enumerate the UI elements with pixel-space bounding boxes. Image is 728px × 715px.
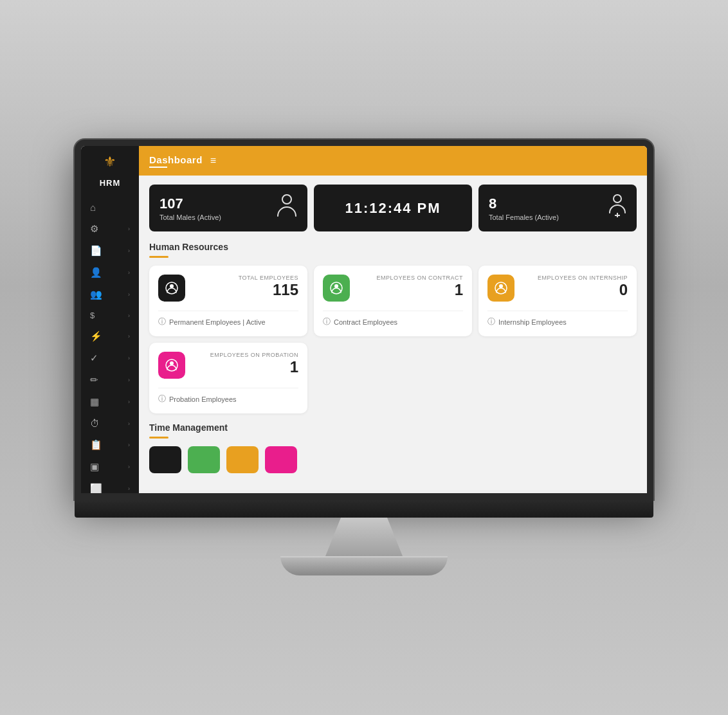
info-icon: ⓘ: [323, 316, 331, 327]
sidebar-item-activity[interactable]: ⚡ ›: [81, 327, 139, 346]
svg-point-5: [170, 284, 174, 288]
chevron-icon: ›: [128, 377, 130, 383]
time-section-underline: [149, 437, 168, 439]
probation-employees-footer: ⓘ Probation Employees: [158, 388, 298, 404]
time-card-pink[interactable]: [265, 446, 297, 473]
females-label: Total Females (Active): [489, 213, 559, 221]
sidebar-item-users[interactable]: 👥 ›: [81, 285, 139, 304]
females-stat-card[interactable]: 8 Total Females (Active): [478, 185, 637, 231]
male-person-icon: [277, 194, 297, 222]
time-icon: ⏱: [90, 418, 100, 429]
chevron-icon: ›: [128, 399, 130, 405]
contract-employees-footer: ⓘ Contract Employees: [323, 311, 463, 327]
main-content: Dashboard ≡ 107 Total Males (Active): [139, 146, 647, 493]
svg-point-0: [282, 195, 291, 204]
males-stat-info: 107 Total Males (Active): [159, 195, 221, 221]
stats-row: 107 Total Males (Active) 11:12:44 PM: [149, 185, 637, 231]
monitor-stand-base: [280, 556, 448, 575]
internship-employees-card[interactable]: EMPLOYEES ON INTERNSHIP 0 ⓘ Internship E…: [478, 266, 637, 336]
males-count: 107: [159, 195, 221, 212]
females-count: 8: [489, 195, 559, 212]
probation-employees-icon-box: [158, 352, 185, 379]
chevron-icon: ›: [128, 291, 130, 298]
chevron-icon: ›: [128, 333, 130, 339]
females-stat-info: 8 Total Females (Active): [489, 195, 559, 221]
sidebar-item-display[interactable]: ⬜ ›: [81, 479, 139, 493]
sidebar-item-grid[interactable]: ▦ ›: [81, 392, 139, 412]
time-cards-row: [149, 446, 637, 473]
hr-section-title: Human Resources: [149, 242, 637, 252]
total-employees-label: TOTAL EMPLOYEES: [193, 275, 298, 281]
time-card-orange[interactable]: [226, 446, 259, 473]
internship-employees-value: 0: [522, 281, 628, 300]
total-employees-footer: ⓘ Permanent Employees | Active: [158, 311, 298, 327]
total-employees-stats: TOTAL EMPLOYEES 115: [193, 275, 298, 300]
total-employees-card[interactable]: TOTAL EMPLOYEES 115 ⓘ Permanent Employee…: [149, 266, 307, 336]
probation-employees-value: 1: [193, 358, 298, 377]
finance-icon: $: [90, 311, 95, 320]
page-title: Dashboard: [149, 154, 203, 165]
sidebar-item-user[interactable]: 👤 ›: [81, 263, 139, 282]
display-icon: ⬜: [90, 483, 102, 493]
monitor-stand-top: [325, 518, 403, 556]
title-underline: [149, 167, 167, 168]
sidebar-item-finance[interactable]: $ ›: [81, 307, 139, 324]
males-stat-card[interactable]: 107 Total Males (Active): [149, 185, 307, 231]
card-top: TOTAL EMPLOYEES 115: [158, 275, 298, 302]
chevron-icon: ›: [128, 442, 130, 448]
internship-employees-footer: ⓘ Internship Employees: [487, 311, 628, 327]
time-card-dark[interactable]: [149, 446, 181, 473]
card-top: EMPLOYEES ON PROBATION 1: [158, 352, 298, 379]
contract-employees-icon-box: [323, 275, 350, 302]
documents-icon: 📄: [90, 245, 102, 257]
modules-icon: ▣: [90, 461, 99, 473]
contract-employees-value: 1: [358, 281, 463, 300]
sidebar-title: HRM: [100, 178, 121, 188]
header: Dashboard ≡: [139, 146, 647, 176]
sidebar-item-edit[interactable]: ✏ ›: [81, 370, 139, 390]
sidebar-item-tasks[interactable]: ✓ ›: [81, 348, 139, 368]
svg-point-7: [334, 284, 338, 288]
sidebar-item-home[interactable]: ⌂: [81, 198, 139, 217]
grid-icon: ▦: [90, 396, 99, 408]
card-top: EMPLOYEES ON INTERNSHIP 0: [487, 275, 628, 302]
chevron-icon: ›: [128, 421, 130, 427]
time-section-title: Time Management: [149, 422, 637, 433]
reports-icon: 📋: [90, 439, 102, 451]
female-person-icon: [608, 194, 626, 222]
activity-icon: ⚡: [90, 330, 102, 342]
sidebar-item-time[interactable]: ⏱ ›: [81, 414, 139, 433]
edit-icon: ✏: [90, 374, 98, 386]
internship-employees-icon-box: [487, 275, 514, 302]
menu-icon[interactable]: ≡: [210, 155, 216, 167]
info-icon: ⓘ: [487, 316, 495, 327]
clock-time: 11:12:44 PM: [345, 200, 441, 217]
contract-employees-card[interactable]: EMPLOYEES ON CONTRACT 1 ⓘ Contract Emplo…: [314, 266, 472, 336]
svg-point-1: [614, 195, 621, 203]
dashboard-body: 107 Total Males (Active) 11:12:44 PM: [139, 176, 647, 493]
probation-employees-card[interactable]: EMPLOYEES ON PROBATION 1 ⓘ Probation Emp…: [149, 343, 307, 413]
internship-employees-label: EMPLOYEES ON INTERNSHIP: [522, 275, 628, 281]
hr-cards-grid: TOTAL EMPLOYEES 115 ⓘ Permanent Employee…: [149, 266, 637, 336]
svg-point-11: [170, 361, 174, 365]
chevron-icon: ›: [128, 248, 130, 254]
probation-employees-label: EMPLOYEES ON PROBATION: [193, 352, 298, 358]
hr-section-underline: [149, 256, 168, 258]
clock-card: 11:12:44 PM: [314, 185, 472, 231]
total-employees-icon-box: [158, 275, 185, 302]
sidebar: ⚜ HRM ⌂ ⚙ › 📄 › 👤 › 👥 › $: [81, 146, 139, 493]
sidebar-item-documents[interactable]: 📄 ›: [81, 241, 139, 260]
card-top: EMPLOYEES ON CONTRACT 1: [323, 275, 463, 302]
contract-employees-label: EMPLOYEES ON CONTRACT: [358, 275, 463, 281]
sidebar-item-reports[interactable]: 📋 ›: [81, 435, 139, 455]
chevron-icon: ›: [128, 312, 130, 319]
tasks-icon: ✓: [90, 352, 98, 364]
svg-point-9: [499, 284, 503, 288]
sidebar-logo-icon: ⚜: [104, 154, 116, 170]
sidebar-item-modules[interactable]: ▣ ›: [81, 457, 139, 476]
time-card-green[interactable]: [188, 446, 220, 473]
sidebar-item-settings[interactable]: ⚙ ›: [81, 219, 139, 239]
chevron-icon: ›: [128, 226, 130, 232]
users-icon: 👥: [90, 289, 102, 300]
chevron-icon: ›: [128, 355, 130, 361]
